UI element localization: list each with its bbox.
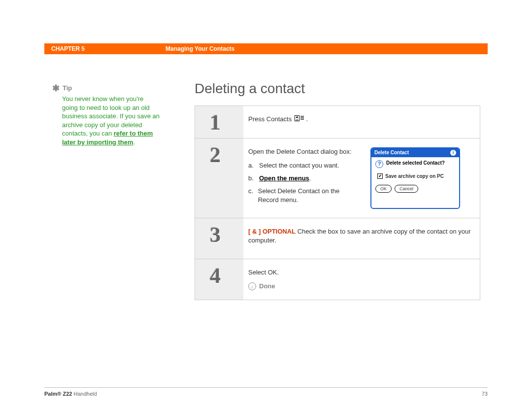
product-name: Palm® Z22 Handheld <box>44 391 97 397</box>
step-row-3: 3 [ & ] OPTIONAL Check the box to save a… <box>195 218 480 259</box>
step2-a: a. Select the contact you want. <box>248 161 362 170</box>
step2-c: c. Select Delete Contact on the Record m… <box>248 187 362 205</box>
asterisk-icon: ✱ <box>52 84 60 93</box>
optional-tag: [ & ] OPTIONAL <box>248 228 296 235</box>
delete-contact-dialog-illustration: Delete Contact i ? Delete selected Conta… <box>370 147 460 209</box>
step-number-4: 4 <box>195 259 243 300</box>
open-menus-link[interactable]: Open the menus <box>259 174 309 182</box>
dialog-titlebar: Delete Contact i <box>371 148 459 157</box>
checkbox-icon: ✔ <box>377 173 383 179</box>
step2-a-letter: a. <box>248 161 255 170</box>
main-content: Deleting a contact 1 Press Contacts <box>195 81 480 300</box>
step-row-4: 4 Select OK. ↓ Done <box>195 259 480 300</box>
step-number-3: 3 <box>195 218 243 259</box>
dialog-check-label: Save archive copy on PC <box>385 173 444 180</box>
chapter-number-label: CHAPTER 5 <box>44 45 166 52</box>
tip-label: Tip <box>63 84 72 93</box>
info-icon: i <box>450 150 456 156</box>
step-body-3: [ & ] OPTIONAL Check the box to save an … <box>243 218 480 259</box>
step-body-1: Press Contacts . <box>243 106 480 138</box>
dialog-title: Delete Contact <box>374 149 409 156</box>
step2-a-text: Select the contact you want. <box>259 161 339 170</box>
tip-body: You never know when you're going to need… <box>52 95 161 146</box>
step4-text: Select OK. <box>248 268 472 277</box>
product-brand: Palm® <box>44 391 61 397</box>
chapter-title: Managing Your Contacts <box>166 45 234 52</box>
step-body-4: Select OK. ↓ Done <box>243 259 480 300</box>
svg-point-1 <box>296 117 298 119</box>
dialog-checkbox-row: ✔ Save archive copy on PC <box>375 173 455 180</box>
dialog-cancel-button: Cancel <box>395 185 418 193</box>
tip-text-after: . <box>133 138 135 146</box>
dialog-message-row: ? Delete selected Contact? <box>375 160 455 168</box>
step-number-1: 1 <box>195 106 243 138</box>
done-row: ↓ Done <box>248 282 472 291</box>
step2-b-letter: b. <box>248 174 255 183</box>
step-row-2: 2 Open the Delete Contact dialog box: a.… <box>195 138 480 218</box>
page-number: 73 <box>482 391 488 397</box>
step2-b: b. Open the menus. <box>248 174 362 183</box>
step1-after: . <box>306 115 308 123</box>
step2-b-after: . <box>309 174 311 182</box>
done-label: Done <box>259 282 275 291</box>
dialog-message: Delete selected Contact? <box>386 160 445 166</box>
tip-sidebar: ✱ Tip You never know when you're going t… <box>52 84 161 146</box>
step2-c-text: Select Delete Contact on the Record menu… <box>258 187 362 205</box>
step-number-2: 2 <box>195 138 243 218</box>
step2-intro: Open the Delete Contact dialog box: <box>248 147 362 156</box>
chapter-header-bar: CHAPTER 5 Managing Your Contacts <box>44 43 488 54</box>
dialog-ok-button: OK <box>375 185 392 193</box>
contacts-icon <box>295 115 304 124</box>
step1-text: Press Contacts <box>248 115 294 123</box>
product-type: Handheld <box>72 391 97 397</box>
page-title: Deleting a contact <box>195 81 480 97</box>
step2-c-letter: c. <box>248 187 254 205</box>
question-icon: ? <box>375 160 383 168</box>
step-body-2: Open the Delete Contact dialog box: a. S… <box>243 138 480 218</box>
tip-heading: ✱ Tip <box>52 84 161 93</box>
step-row-1: 1 Press Contacts . <box>195 106 480 138</box>
page-footer: Palm® Z22 Handheld 73 <box>44 387 488 397</box>
steps-table: 1 Press Contacts . <box>195 105 480 300</box>
product-model: Z22 <box>61 391 72 397</box>
down-arrow-icon: ↓ <box>248 282 256 290</box>
